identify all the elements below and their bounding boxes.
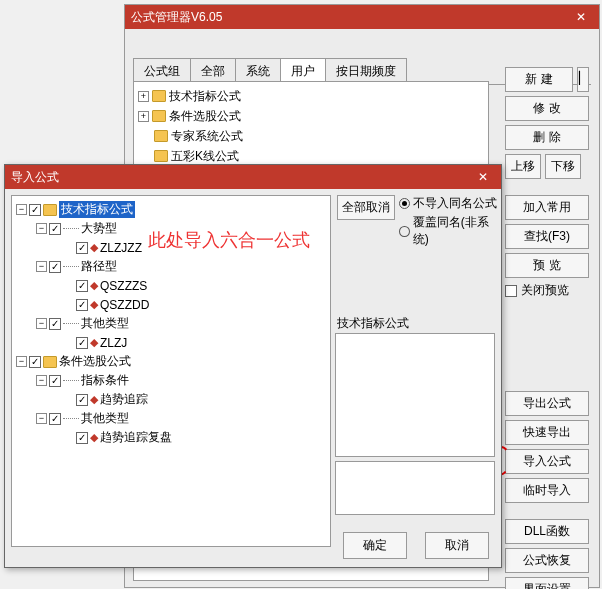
preview-button[interactable]: 预 览 bbox=[505, 253, 589, 278]
expand-icon[interactable]: + bbox=[138, 91, 149, 102]
checkbox-icon[interactable] bbox=[76, 280, 88, 292]
radio-skip-same[interactable]: 不导入同名公式 bbox=[399, 195, 501, 212]
checkbox-icon[interactable] bbox=[29, 356, 41, 368]
radio-label: 覆盖同名(非系统) bbox=[413, 214, 501, 248]
tree-item[interactable]: −指标条件 bbox=[36, 371, 326, 390]
tree-item[interactable]: −其他类型 bbox=[36, 409, 326, 428]
tree-label: QSZZDD bbox=[100, 298, 149, 312]
tree-label: 专家系统公式 bbox=[171, 128, 243, 145]
temp-import-button[interactable]: 临时导入 bbox=[505, 478, 589, 503]
import-mode-radio-group: 不导入同名公式 覆盖同名(非系统) bbox=[399, 195, 501, 248]
collapse-icon[interactable]: − bbox=[36, 413, 47, 424]
tree-label: 趋势追踪复盘 bbox=[100, 429, 172, 446]
checkbox-icon[interactable] bbox=[76, 337, 88, 349]
new-button[interactable]: 新 建 bbox=[505, 67, 573, 92]
tree-item[interactable]: −技术指标公式 bbox=[16, 200, 326, 219]
modify-button[interactable]: 修 改 bbox=[505, 96, 589, 121]
tree-item[interactable]: ◆ZLZJ bbox=[76, 333, 326, 352]
tree-item[interactable]: −其他类型 bbox=[36, 314, 326, 333]
close-icon[interactable]: ✕ bbox=[569, 10, 593, 24]
collapse-icon[interactable]: − bbox=[36, 318, 47, 329]
folder-icon bbox=[43, 356, 57, 368]
checkbox-icon[interactable] bbox=[49, 413, 61, 425]
import-button[interactable]: 导入公式 bbox=[505, 449, 589, 474]
tree-label: ZLZJZZ bbox=[100, 241, 142, 255]
preview-box-2 bbox=[335, 461, 495, 515]
tree-label: 五彩K线公式 bbox=[171, 148, 239, 165]
collapse-icon[interactable]: − bbox=[16, 204, 27, 215]
ui-setting-button[interactable]: 界面设置 bbox=[505, 577, 589, 589]
tree-item[interactable]: ◆ZLZJZZ bbox=[76, 238, 326, 257]
tree-item[interactable]: ◆趋势追踪复盘 bbox=[76, 428, 326, 447]
checkbox-icon[interactable] bbox=[49, 375, 61, 387]
tree-item[interactable]: ◆QSZZZS bbox=[76, 276, 326, 295]
collapse-icon[interactable]: − bbox=[16, 356, 27, 367]
tree-item[interactable]: −条件选股公式 bbox=[16, 352, 326, 371]
find-button[interactable]: 查找(F3) bbox=[505, 224, 589, 249]
dialog-title: 导入公式 bbox=[11, 169, 471, 186]
preview-label: 技术指标公式 bbox=[337, 315, 409, 332]
preview-box-1 bbox=[335, 333, 495, 457]
folder-icon bbox=[154, 150, 168, 162]
radio-overwrite[interactable]: 覆盖同名(非系统) bbox=[399, 214, 501, 248]
delete-button[interactable]: 删 除 bbox=[505, 125, 589, 150]
quick-export-button[interactable]: 快速导出 bbox=[505, 420, 589, 445]
checkbox-icon[interactable] bbox=[76, 432, 88, 444]
diamond-icon: ◆ bbox=[90, 393, 98, 406]
checkbox-icon[interactable] bbox=[76, 242, 88, 254]
add-common-button[interactable]: 加入常用 bbox=[505, 195, 589, 220]
collapse-icon[interactable]: − bbox=[36, 223, 47, 234]
tree-label: 其他类型 bbox=[81, 410, 129, 427]
diamond-icon: ◆ bbox=[90, 336, 98, 349]
diamond-icon: ◆ bbox=[90, 431, 98, 444]
tree-item[interactable]: +条件选股公式 bbox=[138, 106, 484, 126]
main-titlebar[interactable]: 公式管理器V6.05 ✕ bbox=[125, 5, 599, 29]
close-preview-checkbox[interactable]: 关闭预览 bbox=[505, 282, 589, 299]
import-dialog: 导入公式 ✕ −技术指标公式 −大势型 ◆ZLZJZZ −路径型 ◆QSZZZS… bbox=[4, 164, 502, 568]
checkbox-icon[interactable] bbox=[29, 204, 41, 216]
folder-icon bbox=[152, 90, 166, 102]
tree-label: 指标条件 bbox=[81, 372, 129, 389]
tree-item[interactable]: ◆趋势追踪 bbox=[76, 390, 326, 409]
tree-label: 大势型 bbox=[81, 220, 117, 237]
checkbox-icon[interactable] bbox=[49, 318, 61, 330]
main-title: 公式管理器V6.05 bbox=[131, 9, 569, 26]
tree-item[interactable]: +技术指标公式 bbox=[138, 86, 484, 106]
folder-icon bbox=[152, 110, 166, 122]
cancel-button[interactable]: 取消 bbox=[425, 532, 489, 559]
tree-label: QSZZZS bbox=[100, 279, 147, 293]
checkbox-label: 关闭预览 bbox=[521, 282, 569, 299]
move-down-button[interactable]: 下移 bbox=[545, 154, 581, 179]
restore-button[interactable]: 公式恢复 bbox=[505, 548, 589, 573]
cancel-all-button[interactable]: 全部取消 bbox=[337, 195, 395, 220]
dll-button[interactable]: DLL函数 bbox=[505, 519, 589, 544]
dialog-titlebar[interactable]: 导入公式 ✕ bbox=[5, 165, 501, 189]
radio-icon bbox=[399, 198, 410, 209]
tree-item[interactable]: −路径型 bbox=[36, 257, 326, 276]
diamond-icon: ◆ bbox=[90, 241, 98, 254]
checkbox-icon[interactable] bbox=[49, 261, 61, 273]
tree-label: 路径型 bbox=[81, 258, 117, 275]
collapse-icon[interactable]: − bbox=[36, 261, 47, 272]
checkbox-icon bbox=[505, 285, 517, 297]
tree-item[interactable]: ◆QSZZDD bbox=[76, 295, 326, 314]
tree-item[interactable]: 专家系统公式 bbox=[138, 126, 484, 146]
import-tree[interactable]: −技术指标公式 −大势型 ◆ZLZJZZ −路径型 ◆QSZZZS ◆QSZZD… bbox=[11, 195, 331, 547]
close-icon[interactable]: ✕ bbox=[471, 170, 495, 184]
checkbox-icon[interactable] bbox=[76, 394, 88, 406]
tree-item[interactable]: 五彩K线公式 bbox=[138, 146, 484, 166]
side-buttons: 新 建 ▏ 修 改 删 除 上移 下移 加入常用 查找(F3) 预 览 关闭预览… bbox=[505, 67, 589, 589]
folder-icon bbox=[43, 204, 57, 216]
checkbox-icon[interactable] bbox=[49, 223, 61, 235]
tree-label: 条件选股公式 bbox=[59, 353, 131, 370]
new-dropdown-button[interactable]: ▏ bbox=[577, 67, 589, 92]
expand-icon[interactable]: + bbox=[138, 111, 149, 122]
export-button[interactable]: 导出公式 bbox=[505, 391, 589, 416]
tree-label: 其他类型 bbox=[81, 315, 129, 332]
move-up-button[interactable]: 上移 bbox=[505, 154, 541, 179]
ok-button[interactable]: 确定 bbox=[343, 532, 407, 559]
tree-item[interactable]: −大势型 bbox=[36, 219, 326, 238]
diamond-icon: ◆ bbox=[90, 298, 98, 311]
collapse-icon[interactable]: − bbox=[36, 375, 47, 386]
checkbox-icon[interactable] bbox=[76, 299, 88, 311]
